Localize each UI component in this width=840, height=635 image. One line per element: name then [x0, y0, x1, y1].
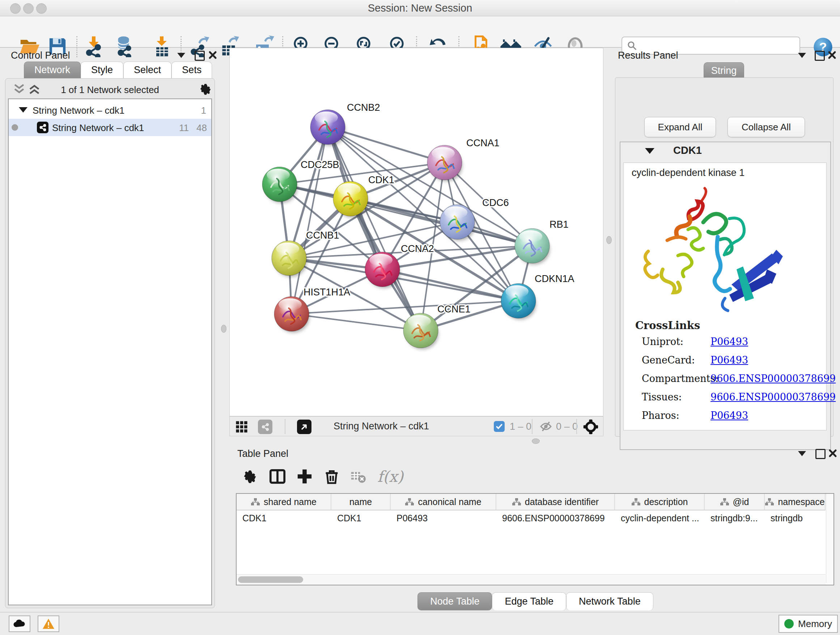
tab-network[interactable]: Network: [24, 62, 81, 78]
protein-structure-image: [635, 179, 786, 317]
crosslink-label: GeneCard:: [642, 355, 695, 366]
network-collection-row[interactable]: String Network – cdk1 1: [9, 101, 211, 119]
column-network-icon: [251, 498, 260, 506]
title-bar: Session: New Session: [0, 0, 840, 16]
table-cell[interactable]: cyclin-dependent ...: [615, 510, 705, 526]
table-cell[interactable]: P06493: [391, 510, 496, 526]
right-splitter-handle[interactable]: [606, 236, 612, 244]
split-column-view-icon[interactable]: [267, 466, 288, 487]
close-window-button[interactable]: [10, 3, 21, 14]
panel-close-icon[interactable]: [828, 51, 836, 59]
function-builder-icon[interactable]: f(x): [374, 466, 407, 487]
tab-style[interactable]: Style: [81, 62, 123, 78]
node-label-CCNB1: CCNB1: [306, 230, 339, 241]
column-header-namespace[interactable]: namespace: [765, 494, 826, 510]
cloud-button[interactable]: [9, 616, 30, 632]
node-HIST1H1A[interactable]: [274, 296, 309, 333]
collection-expand-triangle-icon[interactable]: [19, 107, 27, 112]
column-header-name[interactable]: name: [332, 494, 391, 510]
delete-column-icon[interactable]: [321, 466, 342, 487]
gene-symbol: CDK1: [673, 144, 702, 157]
node-label-CDKN1A: CDKN1A: [535, 273, 575, 284]
table-cell[interactable]: CDK1: [332, 510, 391, 526]
column-header--id[interactable]: @id: [705, 494, 765, 510]
reset-view-crosshair-icon[interactable]: [583, 419, 599, 435]
scrollbar-thumb[interactable]: [238, 576, 303, 583]
tab-string[interactable]: String: [704, 62, 744, 79]
panel-float-icon[interactable]: [195, 51, 205, 61]
gene-collapse-triangle-icon[interactable]: [645, 148, 654, 154]
hidden-eye-icon[interactable]: [539, 421, 553, 432]
table-horizontal-scrollbar[interactable]: [237, 574, 826, 585]
birdseye-view-icon[interactable]: [297, 420, 311, 434]
tab-sets[interactable]: Sets: [172, 62, 212, 78]
column-header-description[interactable]: description: [615, 494, 705, 510]
table-cell[interactable]: CDK1: [237, 510, 332, 526]
node-label-CDC25B: CDC25B: [301, 159, 339, 170]
column-header-shared-name[interactable]: shared name: [237, 494, 332, 510]
node-CCNB1[interactable]: [272, 241, 307, 277]
tab-select[interactable]: Select: [123, 62, 172, 78]
zoom-window-button[interactable]: [36, 3, 47, 14]
column-header-database-identifier[interactable]: database identifier: [496, 494, 615, 510]
crosslink-link[interactable]: 9606.ENSP00000378699: [711, 373, 836, 384]
column-header-canonical-name[interactable]: canonical name: [391, 494, 496, 510]
network-view-dot-icon: [11, 124, 18, 131]
tab-network-table[interactable]: Network Table: [566, 592, 653, 610]
network-canvas[interactable]: CCNB2CCNA1CDC25BCDK1CDC6RB1CCNB1CCNA2CDK…: [229, 48, 603, 416]
panel-menu-icon[interactable]: [798, 53, 806, 58]
table-header-row: shared namenamecanonical namedatabase id…: [237, 494, 826, 510]
table-cell[interactable]: stringdb:9...: [705, 510, 765, 526]
collapse-all-button[interactable]: Collapse All: [728, 117, 805, 137]
network-view-toolbar: String Network – cdk1 1 – 0 0 – 0: [229, 416, 603, 436]
gene-description: cyclin-dependent kinase 1: [632, 167, 745, 179]
delete-table-icon[interactable]: [347, 466, 369, 487]
node-CDC25B[interactable]: [262, 167, 297, 203]
toolbar-separator: [285, 419, 286, 434]
warnings-button[interactable]: [38, 616, 59, 632]
panel-float-icon[interactable]: [815, 51, 825, 61]
network-row-selected[interactable]: String Network – cdk1 11 48: [9, 119, 211, 136]
table-settings-gear-icon[interactable]: [240, 466, 261, 487]
table-cell[interactable]: stringdb: [765, 510, 826, 526]
table-cell[interactable]: 9606.ENSP00000378699: [496, 510, 615, 526]
bottom-splitter-handle[interactable]: [532, 439, 540, 444]
panel-menu-icon[interactable]: [798, 451, 806, 456]
selected-checkbox-icon[interactable]: [494, 421, 505, 432]
crosslink-row: Tissues:9606.ENSP00000378699: [624, 391, 826, 410]
expand-all-button[interactable]: Expand All: [644, 117, 716, 137]
crosslink-link[interactable]: P06493: [711, 410, 748, 421]
node-CCNA2[interactable]: [365, 252, 400, 288]
panel-menu-icon[interactable]: [177, 53, 185, 58]
panel-close-icon[interactable]: [208, 51, 217, 59]
cloud-icon: [13, 619, 26, 629]
node-CDC6[interactable]: [440, 204, 475, 241]
node-CDKN1A[interactable]: [501, 283, 536, 320]
memory-status-icon: [784, 619, 794, 629]
minimize-window-button[interactable]: [23, 3, 34, 14]
column-label: shared name: [264, 497, 317, 507]
panel-float-icon[interactable]: [815, 449, 826, 459]
network-options-gear-icon[interactable]: [199, 82, 212, 96]
left-splitter-handle[interactable]: [221, 325, 226, 333]
share-view-icon[interactable]: [258, 420, 272, 434]
selected-counts: 1 – 0: [510, 421, 531, 432]
add-column-icon[interactable]: [294, 466, 315, 487]
node-RB1[interactable]: [515, 228, 550, 264]
table-row[interactable]: CDK1CDK1P064939606.ENSP00000378699cyclin…: [237, 510, 826, 526]
tab-node-table[interactable]: Node Table: [417, 592, 492, 610]
node-table: shared namenamecanonical namedatabase id…: [236, 493, 834, 585]
crosslink-link[interactable]: P06493: [711, 355, 748, 366]
panel-close-icon[interactable]: [829, 449, 837, 458]
node-CCNA1[interactable]: [427, 145, 462, 181]
edge-CCNE1-HIST1H1A[interactable]: [292, 314, 421, 331]
crosslink-row: Pharos:P06493: [624, 410, 826, 428]
node-CCNE1[interactable]: [403, 313, 439, 349]
network-graph[interactable]: CCNB2CCNA1CDC25BCDK1CDC6RB1CCNB1CCNA2CDK…: [230, 48, 603, 416]
table-vertical-scrollbar[interactable]: [826, 494, 834, 583]
grid-view-icon[interactable]: [235, 421, 248, 433]
crosslink-link[interactable]: 9606.ENSP00000378699: [711, 391, 836, 402]
tab-edge-table[interactable]: Edge Table: [492, 592, 566, 610]
memory-button[interactable]: Memory: [778, 615, 838, 633]
crosslink-link[interactable]: P06493: [711, 336, 748, 347]
